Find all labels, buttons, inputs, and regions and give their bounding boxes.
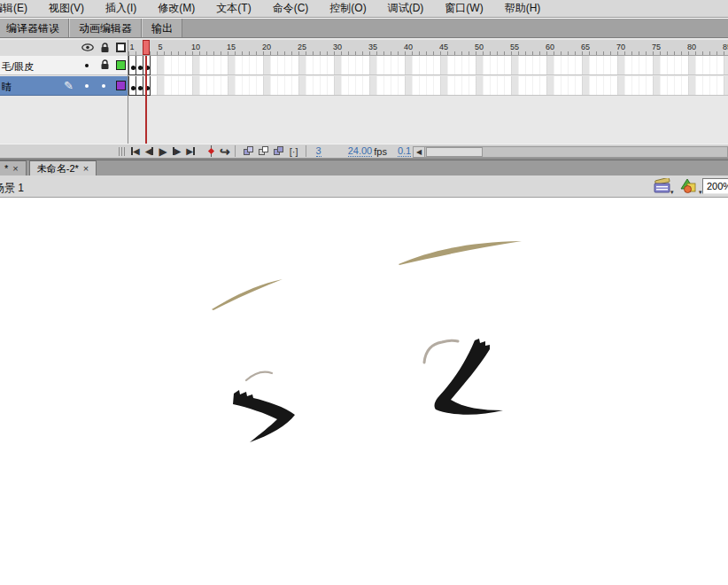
ruler-label: 5	[154, 43, 167, 51]
ruler-label: 80	[685, 43, 698, 51]
keyframe-dot[interactable]	[138, 66, 143, 70]
ruler-label: 70	[615, 43, 627, 51]
ruler-label: 75	[650, 43, 662, 51]
ruler-label: 45	[438, 43, 450, 51]
edit-scene-dropdown-arrow[interactable]: ▾	[670, 189, 674, 196]
menu-control[interactable]: 控制(O)	[325, 0, 370, 18]
current-frame-field[interactable]: 3	[316, 145, 321, 157]
document-tab-label: 未命名-2*	[37, 162, 79, 176]
timeline-panel: 毛/眼皮 睛 ✎ 1 5 10	[0, 38, 728, 160]
left-eye-stroke	[233, 390, 295, 442]
edit-symbols-icon[interactable]	[680, 178, 700, 194]
scrollbar-grip[interactable]	[119, 147, 126, 156]
lock-unlock-all-layers-icon[interactable]	[100, 43, 110, 53]
center-frame-icon[interactable]	[209, 145, 214, 157]
layer-name: 毛/眼皮	[2, 60, 34, 74]
edit-symbols-dropdown-arrow[interactable]: ▾	[699, 189, 702, 196]
step-forward-button[interactable]: ▶	[173, 146, 182, 156]
active-document-tab[interactable]: 未命名-2* ×	[29, 160, 97, 176]
playhead-line[interactable]	[145, 56, 147, 144]
stage-canvas[interactable]	[0, 198, 728, 585]
background-document-tab[interactable]: * ×	[0, 160, 27, 176]
onion-skin-outlines-icon[interactable]	[259, 146, 270, 157]
tab-motion-editor[interactable]: 动画编辑器	[69, 19, 142, 37]
right-eye-stroke	[435, 339, 503, 415]
ruler-label: 65	[579, 43, 592, 51]
menu-bar: 编辑(E) 视图(V) 插入(I) 修改(M) 文本(T) 命令(C) 控制(O…	[0, 0, 728, 18]
left-eyelid-stroke	[246, 372, 272, 380]
layer-row-eyes-selected[interactable]: 睛 ✎	[0, 76, 128, 96]
ruler-label: 40	[402, 43, 414, 51]
modify-markers-icon[interactable]: [·]	[290, 146, 298, 157]
menu-window[interactable]: 窗口(W)	[440, 0, 487, 18]
frame-row-layer1[interactable]	[128, 56, 728, 75]
scrollbar-thumb[interactable]	[426, 147, 483, 157]
ruler-label: 25	[296, 43, 308, 51]
go-to-first-frame-button[interactable]: ◀	[131, 146, 140, 156]
menu-view[interactable]: 视图(V)	[44, 0, 89, 18]
layer-name: 睛	[2, 81, 12, 94]
stage-artwork	[0, 198, 728, 585]
frame-row-layer2[interactable]	[128, 76, 728, 96]
ruler-label: 60	[544, 43, 556, 51]
frame-rate-unit: fps	[374, 146, 387, 157]
layer-visible-dot[interactable]	[85, 84, 89, 88]
ruler-label: 55	[508, 43, 521, 51]
close-icon[interactable]: ×	[83, 163, 89, 174]
keyframe-dot[interactable]	[131, 86, 136, 90]
tab-compiler-errors[interactable]: 编译器错误	[0, 19, 69, 37]
show-hide-all-layers-icon[interactable]	[81, 43, 94, 52]
elapsed-time-field[interactable]: 0.1	[398, 145, 411, 157]
panel-tab-bar: 编译器错误 动画编辑器 输出	[0, 19, 728, 38]
playhead-marker[interactable]	[143, 40, 150, 55]
keyframes-1-3[interactable]	[128, 76, 151, 96]
layer-panel: 毛/眼皮 睛 ✎	[0, 38, 128, 144]
right-eyebrow-stroke	[399, 241, 522, 265]
menu-edit[interactable]: 编辑(E)	[0, 0, 32, 18]
ruler-label: 50	[473, 43, 485, 51]
layer-outline-color-swatch[interactable]	[116, 81, 126, 90]
frame-rate-field[interactable]: 24.00	[348, 145, 373, 157]
keyframes-1-3[interactable]	[128, 56, 151, 75]
timeline-horizontal-scrollbar[interactable]: ◀	[413, 146, 728, 158]
frame-area[interactable]: 1 5 10 15 20 25 30 35 40 45 50 55 60 65 …	[128, 40, 728, 144]
ruler-label: 35	[367, 43, 379, 51]
menu-help[interactable]: 帮助(H)	[500, 0, 546, 18]
scene-breadcrumb[interactable]: 场景 1	[0, 181, 24, 196]
menu-text[interactable]: 文本(T)	[212, 0, 255, 18]
tab-output[interactable]: 输出	[142, 19, 182, 37]
close-icon[interactable]: ×	[12, 163, 18, 174]
timeline-ruler[interactable]: 1 5 10 15 20 25 30 35 40 45 50 55 60 65 …	[128, 40, 728, 56]
layer-outline-color-swatch[interactable]	[116, 60, 126, 70]
menu-commands[interactable]: 命令(C)	[268, 0, 314, 18]
left-eyebrow-stroke	[212, 279, 283, 310]
ruler-label: 30	[331, 43, 344, 51]
edit-multiple-frames-icon[interactable]	[274, 146, 285, 157]
document-tab-label: *	[4, 163, 8, 174]
pencil-editing-icon: ✎	[64, 79, 74, 92]
timeline-header	[0, 40, 128, 56]
go-to-last-frame-button[interactable]: ▶	[186, 146, 195, 156]
layer-row-eyelash-eyelid[interactable]: 毛/眼皮	[0, 56, 128, 75]
layer-locked-icon[interactable]	[100, 59, 110, 70]
edit-bar: 场景 1 ▾ ▾ 200%	[0, 176, 728, 198]
layer-unlocked-dot[interactable]	[102, 84, 105, 88]
menu-debug[interactable]: 调试(D)	[383, 0, 429, 18]
ruler-label: 20	[260, 43, 273, 51]
ruler-label: 15	[225, 43, 237, 51]
loop-icon[interactable]: ↪	[220, 144, 230, 159]
play-button[interactable]: ▶	[159, 145, 167, 158]
keyframe-dot[interactable]	[131, 66, 136, 70]
zoom-level-field[interactable]: 200%	[702, 178, 728, 194]
ruler-ticks	[128, 51, 728, 55]
menu-insert[interactable]: 插入(I)	[101, 0, 141, 18]
step-back-button[interactable]: ◀	[145, 146, 154, 156]
layer-visible-dot[interactable]	[85, 64, 89, 67]
onion-skin-icon[interactable]	[244, 146, 255, 157]
show-all-layers-as-outlines-icon[interactable]	[116, 43, 126, 52]
layer-frame-divider	[128, 40, 128, 144]
keyframe-dot[interactable]	[138, 86, 143, 90]
menu-modify[interactable]: 修改(M)	[153, 0, 199, 18]
scroll-left-arrow[interactable]: ◀	[414, 147, 425, 157]
ruler-label: 10	[190, 43, 202, 51]
